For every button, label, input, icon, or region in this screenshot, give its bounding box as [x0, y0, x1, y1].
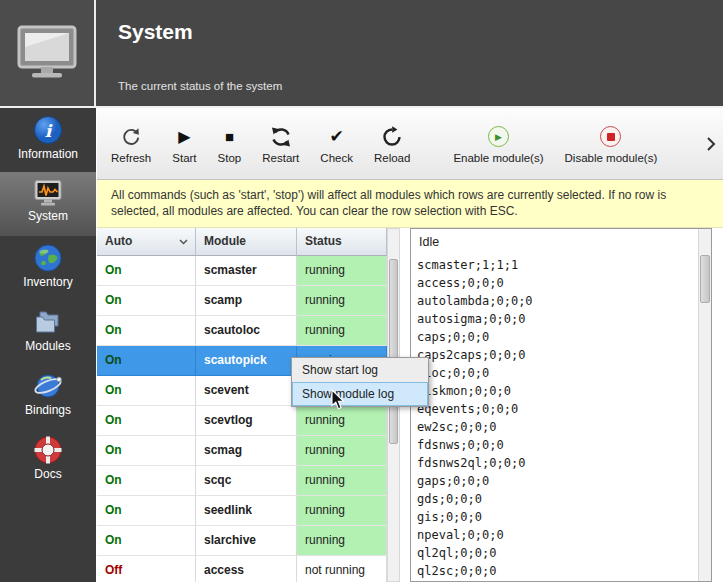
- folder-icon: [33, 307, 63, 337]
- status-cell: not running: [297, 556, 387, 582]
- module-cell: access: [196, 556, 297, 582]
- enable-icon: ▶: [488, 126, 509, 147]
- sidebar-item-information[interactable]: i Information: [0, 108, 96, 172]
- sidebar: i Information System Inventory: [0, 108, 96, 582]
- sidebar-item-docs[interactable]: Docs: [0, 428, 96, 492]
- toolbar-button-label: Restart: [262, 152, 299, 164]
- toolbar-button-label: Check: [320, 152, 353, 164]
- status-cell: running: [297, 526, 387, 556]
- log-line: caps;0;0;0: [417, 328, 705, 346]
- log-line: gds;0;0;0: [417, 490, 705, 508]
- toolbar-button-label: Stop: [218, 152, 242, 164]
- table-row[interactable]: On scamp running: [97, 286, 387, 316]
- toolbar-button-label: Refresh: [111, 152, 151, 164]
- scrollbar-thumb[interactable]: [700, 255, 710, 303]
- reload-icon: [381, 126, 403, 148]
- auto-cell: On: [97, 526, 196, 556]
- mouse-cursor: [331, 389, 347, 411]
- status-cell: running: [297, 316, 387, 346]
- restart-button[interactable]: Restart: [262, 124, 299, 164]
- scrollbar-thumb[interactable]: [389, 259, 398, 444]
- page-title: System: [118, 20, 193, 44]
- table-row[interactable]: On scqc running: [97, 466, 387, 496]
- module-cell: scautoloc: [196, 316, 297, 346]
- module-cell: scautopick: [196, 346, 297, 376]
- status-cell: running: [297, 436, 387, 466]
- module-cell: scevent: [196, 376, 297, 406]
- table-row[interactable]: On scmaster running: [97, 256, 387, 286]
- module-cell: seedlink: [196, 496, 297, 526]
- toolbar: Refresh ▶ Start ■ Stop Restart ✔ Check: [97, 108, 723, 180]
- table-row[interactable]: On scautoloc running: [97, 316, 387, 346]
- log-line: fdsnws;0;0;0: [417, 436, 705, 454]
- sidebar-item-system[interactable]: System: [0, 172, 96, 236]
- globe-icon: [33, 243, 63, 273]
- info-icon: i: [33, 115, 63, 145]
- sidebar-item-label: System: [28, 209, 68, 223]
- module-cell: scmaster: [196, 256, 297, 286]
- status-cell: running: [297, 286, 387, 316]
- reload-button[interactable]: Reload: [374, 124, 410, 164]
- log-line: ew2sc;0;0;0: [417, 418, 705, 436]
- log-line: npeval;0;0;0: [417, 526, 705, 544]
- sidebar-item-bindings[interactable]: Bindings: [0, 364, 96, 428]
- system-activity-icon: [33, 179, 63, 207]
- column-header-auto[interactable]: Auto: [97, 228, 196, 256]
- auto-cell: On: [97, 346, 196, 376]
- log-line: autolambda;0;0;0: [417, 292, 705, 310]
- disable-modules-button[interactable]: Disable module(s): [565, 124, 658, 164]
- start-button[interactable]: ▶ Start: [172, 124, 196, 164]
- log-line: gaps;0;0;0: [417, 472, 705, 490]
- log-line: ql2sc;0;0;0: [417, 562, 705, 580]
- module-cell: scevtlog: [196, 406, 297, 436]
- log-line: access;0;0;0: [417, 274, 705, 292]
- page-subtitle: The current status of the system: [118, 80, 282, 92]
- enable-modules-button[interactable]: ▶ Enable module(s): [453, 124, 543, 164]
- lifebuoy-icon: [33, 435, 63, 465]
- scconfig-window: System The current status of the system …: [0, 0, 723, 582]
- log-line: eqevents;0;0;0: [417, 400, 705, 418]
- menu-item-show-start-log[interactable]: Show start log: [292, 358, 428, 382]
- log-line: gis;0;0;0: [417, 508, 705, 526]
- sidebar-item-modules[interactable]: Modules: [0, 300, 96, 364]
- auto-cell: On: [97, 496, 196, 526]
- stop-icon: ■: [225, 128, 234, 145]
- header-logo-area: [0, 0, 96, 106]
- chevron-right-icon: [706, 136, 716, 152]
- sidebar-item-inventory[interactable]: Inventory: [0, 236, 96, 300]
- module-cell: scqc: [196, 466, 297, 496]
- status-cell: running: [297, 256, 387, 286]
- auto-cell: Off: [97, 556, 196, 582]
- log-panel-scrollbar[interactable]: [698, 229, 711, 581]
- status-cell: running: [297, 496, 387, 526]
- menu-item-show-module-log[interactable]: Show module log: [292, 382, 428, 406]
- page-header: System The current status of the system: [0, 0, 723, 106]
- table-row[interactable]: On seedlink running: [97, 496, 387, 526]
- log-line: autosigma;0;0;0: [417, 310, 705, 328]
- toolbar-button-label: Enable module(s): [453, 152, 543, 164]
- restart-icon: [269, 125, 293, 149]
- log-line: caps2caps;0;0;0: [417, 346, 705, 364]
- toolbar-overflow-button[interactable]: [702, 128, 720, 160]
- table-row[interactable]: Off access not running: [97, 556, 387, 582]
- check-icon: ✔: [330, 126, 344, 147]
- table-row[interactable]: On scmag running: [97, 436, 387, 466]
- module-cell: scamp: [196, 286, 297, 316]
- chevron-down-icon: [179, 239, 188, 245]
- info-banner: All commands (such as 'start', 'stop') w…: [97, 180, 723, 228]
- column-header-status[interactable]: Status: [297, 228, 387, 256]
- log-line: dloc;0;0;0: [417, 364, 705, 382]
- log-line: ql2ql;0;0;0: [417, 544, 705, 562]
- sidebar-item-label: Information: [18, 147, 78, 161]
- table-row[interactable]: On slarchive running: [97, 526, 387, 556]
- module-cell: slarchive: [196, 526, 297, 556]
- check-button[interactable]: ✔ Check: [320, 124, 353, 164]
- stop-button[interactable]: ■ Stop: [218, 124, 242, 164]
- toolbar-button-label: Disable module(s): [565, 152, 658, 164]
- auto-cell: On: [97, 256, 196, 286]
- disable-icon: [600, 126, 621, 147]
- network-globe-icon: [33, 371, 63, 401]
- refresh-button[interactable]: Refresh: [111, 124, 151, 164]
- column-header-module[interactable]: Module: [196, 228, 297, 256]
- module-cell: scmag: [196, 436, 297, 466]
